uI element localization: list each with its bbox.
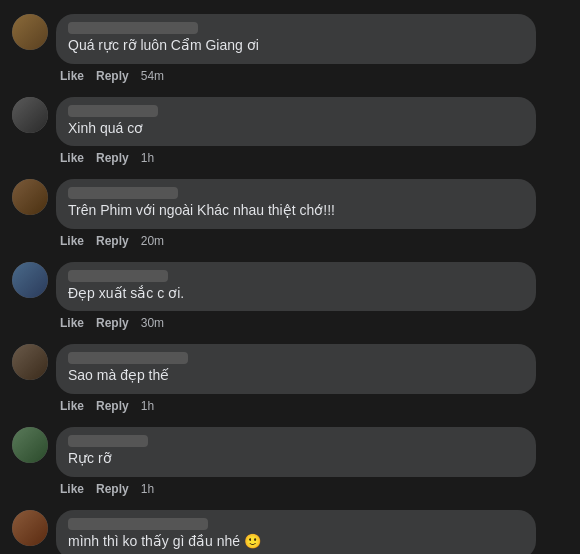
comment-text: Trên Phim với ngoài Khác nhau thiệt chớ!… (68, 201, 524, 221)
reply-button[interactable]: Reply (96, 151, 129, 165)
comment-body: Rực rỡLikeReply1h (56, 427, 568, 496)
comment-time: 1h (141, 482, 154, 496)
comment-actions: LikeReply30m (56, 316, 568, 330)
comment-bubble: Sao mà đẹp thế (56, 344, 536, 394)
comment-text: Sao mà đẹp thế (68, 366, 524, 386)
comment-body: Quá rực rỡ luôn Cẩm Giang ơiLikeReply54m (56, 14, 568, 83)
comment-time: 54m (141, 69, 164, 83)
comment-text: mình thì ko thấy gì đầu nhé 🙂 (68, 532, 524, 552)
username (68, 270, 168, 282)
comment-body: mình thì ko thấy gì đầu nhé 🙂LikeReply24… (56, 510, 568, 554)
comment-time: 1h (141, 399, 154, 413)
avatar (12, 97, 48, 133)
avatar (12, 344, 48, 380)
comment-body: Sao mà đẹp thếLikeReply1h (56, 344, 568, 413)
comment-actions: LikeReply1h (56, 151, 568, 165)
comment-body: Xinh quá cơLikeReply1h (56, 97, 568, 166)
comment-bubble: Quá rực rỡ luôn Cẩm Giang ơi (56, 14, 536, 64)
like-button[interactable]: Like (60, 482, 84, 496)
like-button[interactable]: Like (60, 399, 84, 413)
comment-bubble: Rực rỡ (56, 427, 536, 477)
username (68, 187, 178, 199)
reply-button[interactable]: Reply (96, 399, 129, 413)
comment-item: Quá rực rỡ luôn Cẩm Giang ơiLikeReply54m (0, 8, 580, 89)
reply-button[interactable]: Reply (96, 316, 129, 330)
avatar (12, 427, 48, 463)
comment-text: Rực rỡ (68, 449, 524, 469)
like-button[interactable]: Like (60, 234, 84, 248)
username (68, 435, 148, 447)
username (68, 105, 158, 117)
username (68, 22, 198, 34)
comment-text: Quá rực rỡ luôn Cẩm Giang ơi (68, 36, 524, 56)
reply-button[interactable]: Reply (96, 234, 129, 248)
comment-item: mình thì ko thấy gì đầu nhé 🙂LikeReply24… (0, 504, 580, 554)
comment-item: Trên Phim với ngoài Khác nhau thiệt chớ!… (0, 173, 580, 254)
username (68, 352, 188, 364)
comment-item: Sao mà đẹp thếLikeReply1h (0, 338, 580, 419)
like-button[interactable]: Like (60, 69, 84, 83)
comment-time: 30m (141, 316, 164, 330)
username (68, 518, 208, 530)
avatar (12, 510, 48, 546)
comment-time: 1h (141, 151, 154, 165)
comment-bubble: Xinh quá cơ (56, 97, 536, 147)
comment-bubble: mình thì ko thấy gì đầu nhé 🙂 (56, 510, 536, 554)
comment-body: Đẹp xuất sắc c ơi.LikeReply30m (56, 262, 568, 331)
avatar (12, 262, 48, 298)
reply-button[interactable]: Reply (96, 69, 129, 83)
comment-actions: LikeReply20m (56, 234, 568, 248)
comment-item: Rực rỡLikeReply1h (0, 421, 580, 502)
comment-time: 20m (141, 234, 164, 248)
reply-button[interactable]: Reply (96, 482, 129, 496)
comment-body: Trên Phim với ngoài Khác nhau thiệt chớ!… (56, 179, 568, 248)
comment-bubble: Đẹp xuất sắc c ơi. (56, 262, 536, 312)
like-button[interactable]: Like (60, 316, 84, 330)
comment-list: Quá rực rỡ luôn Cẩm Giang ơiLikeReply54m… (0, 8, 580, 554)
avatar (12, 14, 48, 50)
comment-item: Xinh quá cơLikeReply1h (0, 91, 580, 172)
comment-actions: LikeReply54m (56, 69, 568, 83)
like-button[interactable]: Like (60, 151, 84, 165)
comment-text: Đẹp xuất sắc c ơi. (68, 284, 524, 304)
comment-bubble: Trên Phim với ngoài Khác nhau thiệt chớ!… (56, 179, 536, 229)
comment-item: Đẹp xuất sắc c ơi.LikeReply30m (0, 256, 580, 337)
avatar (12, 179, 48, 215)
comment-actions: LikeReply1h (56, 482, 568, 496)
comment-text: Xinh quá cơ (68, 119, 524, 139)
comment-actions: LikeReply1h (56, 399, 568, 413)
